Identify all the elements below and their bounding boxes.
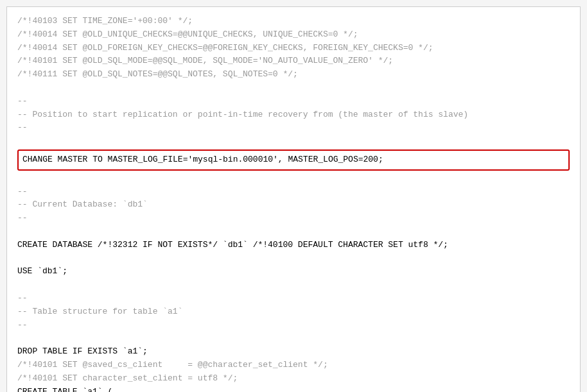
- comment-line: /*!40103 SET TIME_ZONE='+00:00' */;: [17, 15, 570, 28]
- comment-line: --: [17, 185, 570, 199]
- code-block: /*!40103 SET TIME_ZONE='+00:00' */;/*!40…: [6, 6, 581, 392]
- empty-line: [17, 225, 570, 239]
- empty-line: [17, 172, 570, 185]
- empty-line: [17, 81, 570, 95]
- code-line: CREATE TABLE `a1` (: [17, 386, 570, 392]
- code-line: USE `db1`;: [17, 265, 570, 278]
- empty-line: [17, 278, 570, 292]
- empty-line: [17, 332, 570, 345]
- comment-line: -- Table structure for table `a1`: [17, 305, 570, 319]
- comment-line: --: [17, 212, 570, 225]
- comment-line: /*!40111 SET @OLD_SQL_NOTES=@@SQL_NOTES,…: [17, 68, 570, 81]
- comment-line: /*!40101 SET @saved_cs_client = @@charac…: [17, 359, 570, 372]
- comment-line: --: [17, 319, 570, 332]
- code-line: DROP TABLE IF EXISTS `a1`;: [17, 345, 570, 359]
- comment-line: /*!40014 SET @OLD_UNIQUE_CHECKS=@@UNIQUE…: [17, 28, 570, 42]
- comment-line: /*!40101 SET character_set_client = utf8…: [17, 372, 570, 386]
- empty-line: [17, 252, 570, 266]
- comment-line: -- Current Database: `db1`: [17, 198, 570, 212]
- comment-line: --: [17, 292, 570, 305]
- comment-line: -- Position to start replication or poin…: [17, 108, 570, 122]
- comment-line: /*!40101 SET @OLD_SQL_MODE=@@SQL_MODE, S…: [17, 55, 570, 68]
- comment-line: --: [17, 121, 570, 135]
- highlighted-code-line: CHANGE MASTER TO MASTER_LOG_FILE='mysql-…: [17, 149, 570, 171]
- code-line: CREATE DATABASE /*!32312 IF NOT EXISTS*/…: [17, 239, 570, 252]
- comment-line: --: [17, 95, 570, 108]
- empty-line: [17, 135, 570, 148]
- comment-line: /*!40014 SET @OLD_FOREIGN_KEY_CHECKS=@@F…: [17, 42, 570, 55]
